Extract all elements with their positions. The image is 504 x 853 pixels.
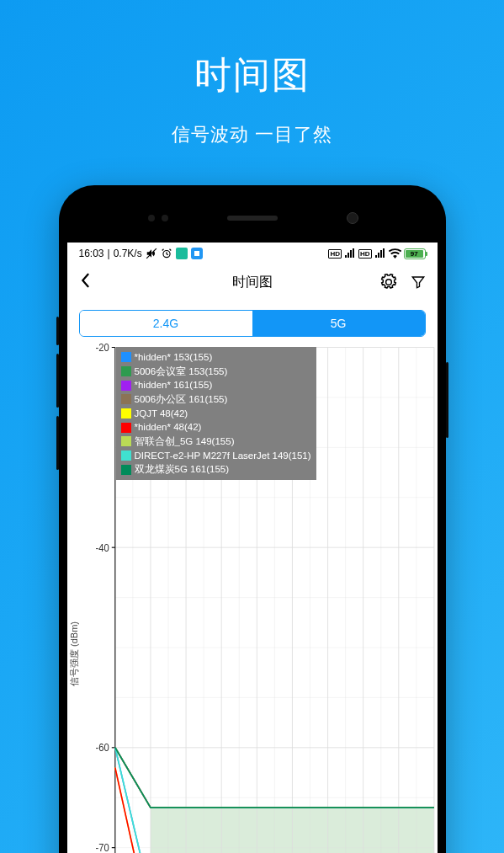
status-time: 16:03: [79, 248, 104, 259]
legend-item: DIRECT-e2-HP M227f LaserJet 149(151): [121, 449, 311, 463]
legend-swatch: [121, 408, 131, 419]
svg-text:-70: -70: [95, 842, 109, 853]
legend-label: *hidden* 161(155): [135, 378, 213, 392]
chart-legend: *hidden* 153(155)5006会议室 153(155)*hidden…: [116, 347, 316, 480]
y-axis-label: 信号强度 (dBm): [67, 621, 80, 686]
legend-swatch: [121, 465, 131, 475]
phone-inner: 16:03 | 0.7K/s HD: [67, 194, 438, 853]
legend-label: 5006办公区 161(155): [135, 392, 228, 407]
legend-item: 智联合创_5G 149(155): [121, 434, 311, 449]
legend-swatch: [121, 366, 131, 376]
phone-volume-down: [56, 416, 59, 470]
mute-icon: [146, 248, 157, 259]
filter-icon[interactable]: [411, 275, 426, 290]
legend-item: 5006办公区 161(155): [121, 392, 311, 407]
status-divider: |: [108, 248, 110, 259]
tab-24g[interactable]: 2.4G: [80, 311, 252, 336]
phone-mockup-frame: 16:03 | 0.7K/s HD: [59, 185, 446, 853]
legend-label: *hidden* 153(155): [135, 350, 213, 365]
battery-level: 97: [406, 250, 423, 258]
svg-text:-20: -20: [95, 344, 109, 354]
app-header: 时间图: [67, 264, 438, 300]
page-title: 时间图: [232, 274, 273, 291]
status-bar: 16:03 | 0.7K/s HD: [67, 243, 438, 264]
phone-volume-up: [56, 354, 59, 408]
legend-swatch: [121, 352, 131, 362]
hero-subtitle: 信号波动 一目了然: [0, 122, 504, 147]
signal-icon-1: [344, 248, 356, 259]
chart-container: 信号强度 (dBm) -20-40-60-70-80 *hidden* 153(…: [77, 344, 438, 853]
legend-item: *hidden* 48(42): [121, 420, 311, 434]
legend-item: 5006会议室 153(155): [121, 365, 311, 379]
legend-label: *hidden* 48(42): [135, 420, 202, 434]
svg-text:-40: -40: [95, 541, 109, 554]
alarm-icon: [161, 248, 172, 259]
tab-5g[interactable]: 5G: [252, 311, 425, 336]
legend-label: 双龙煤炭5G 161(155): [135, 462, 230, 477]
legend-item: JQJT 48(42): [121, 407, 311, 421]
legend-swatch: [121, 394, 131, 404]
legend-label: JQJT 48(42): [135, 407, 188, 421]
battery-icon: 97: [404, 248, 426, 259]
band-tabs: 2.4G 5G: [79, 310, 426, 337]
phone-power-button: [446, 362, 448, 438]
back-button[interactable]: [79, 273, 99, 292]
svg-text:-60: -60: [95, 742, 109, 754]
hd-icon: HD: [328, 249, 342, 259]
phone-screen: 16:03 | 0.7K/s HD: [67, 243, 438, 853]
settings-icon[interactable]: [380, 274, 397, 291]
legend-label: 智联合创_5G 149(155): [135, 434, 235, 449]
legend-label: 5006会议室 153(155): [135, 365, 228, 379]
legend-swatch: [121, 436, 131, 446]
legend-item: *hidden* 153(155): [121, 350, 311, 365]
signal-icon-2: [374, 248, 386, 259]
app-icon-green: [176, 248, 188, 259]
wifi-icon: [389, 248, 401, 259]
hd-icon-2: HD: [358, 249, 372, 259]
legend-swatch: [121, 423, 131, 433]
phone-side-button: [56, 317, 59, 345]
status-speed: 0.7K/s: [114, 248, 142, 259]
legend-item: *hidden* 161(155): [121, 378, 311, 392]
app-icon-blue: [191, 248, 203, 259]
legend-swatch: [121, 381, 131, 391]
phone-notch: [67, 194, 438, 243]
legend-swatch: [121, 450, 131, 461]
legend-item: 双龙煤炭5G 161(155): [121, 462, 311, 477]
legend-label: DIRECT-e2-HP M227f LaserJet 149(151): [135, 449, 311, 463]
hero-title: 时间图: [0, 51, 504, 100]
